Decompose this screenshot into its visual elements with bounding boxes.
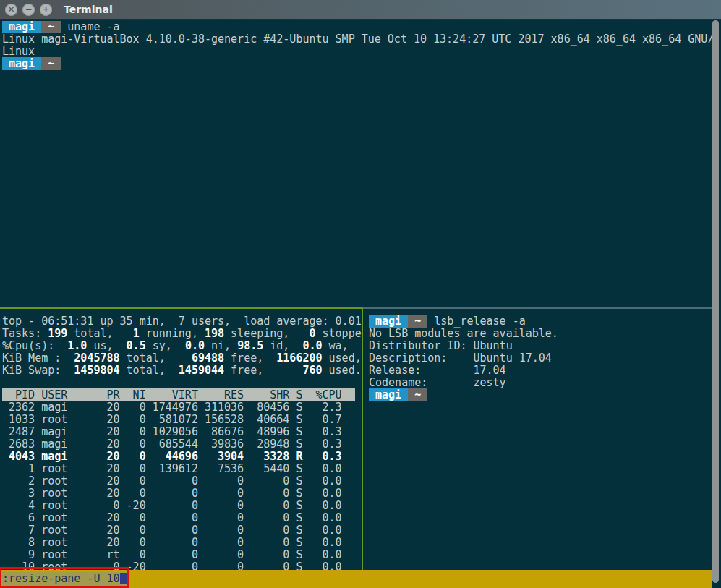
stat-label: Tasks:	[2, 327, 48, 340]
stat-label: sleeping,	[224, 327, 309, 340]
prompt-dir-badge: ~	[41, 21, 61, 33]
tmux-pane-top-command[interactable]: top - 06:51:31 up 35 min, 7 users, load …	[2, 315, 362, 570]
stat-value: 0.0	[302, 339, 322, 352]
prompt-command: lsb_release -a	[427, 315, 525, 328]
output-text: Distributor ID: Ubuntu	[369, 339, 513, 352]
stat-label: free,	[224, 364, 302, 377]
terminal-output-line: Linux magi-VirtualBox 4.10.0-38-generic …	[2, 33, 715, 46]
prompt-command	[427, 388, 434, 401]
top-summary-line: %Cpu(s): 1.0 us, 0.5 sy, 0.0 ni, 98.5 id…	[2, 340, 362, 352]
process-table-header: PID USER PR NI VIRT RES SHR S %CPU	[2, 389, 362, 401]
stat-value: 1.0	[67, 339, 87, 352]
process-row-text: 4 root 0 -20 0 0 0 S 0.0	[2, 499, 342, 512]
process-row-text: 4043 magi 20 0 44696 3904 3328 R 0.3	[2, 450, 342, 463]
output-text: Linux	[2, 45, 35, 58]
prompt-user-badge: magi	[2, 57, 41, 70]
prompt-command: uname -a	[61, 21, 119, 33]
prompt-dir-badge: ~	[408, 388, 427, 401]
process-table-row: 2487 magi 20 0 1029056 86676 48996 S 0.3	[2, 426, 362, 438]
terminal-output-line: Codename: zesty	[369, 377, 709, 389]
table-header-text: PID USER PR NI VIRT RES SHR S %CPU	[2, 388, 355, 401]
output-text: Linux magi-VirtualBox 4.10.0-38-generic …	[2, 33, 714, 46]
shell-prompt-line: magi ~ uname -a	[2, 21, 715, 33]
process-row-text: 2683 magi 20 0 685544 39836 28948 S 0.3	[2, 438, 342, 451]
output-text: Codename: zesty	[369, 376, 506, 389]
process-table-row: 2 root 20 0 0 0 0 S 0.0	[2, 475, 362, 487]
top-summary-line: Tasks: 199 total, 1 running, 198 sleepin…	[2, 328, 362, 340]
process-table-row: 7 root 20 0 0 0 0 S 0.0	[2, 524, 362, 537]
prompt-user-badge: magi	[2, 21, 41, 33]
top-summary-line: KiB Mem : 2045788 total, 69488 free, 116…	[2, 352, 362, 365]
stat-value: 69488	[192, 351, 224, 365]
process-table-row: 3 root 20 0 0 0 0 S 0.0	[2, 487, 362, 500]
top-summary-line: top - 06:51:31 up 35 min, 7 users, load …	[2, 315, 362, 328]
window-title: Terminal	[64, 4, 113, 15]
stat-value: 0	[309, 327, 315, 340]
stat-value: 2045788	[74, 351, 119, 365]
process-table-row: 1 root 20 0 139612 7536 5440 S 0.0	[2, 463, 362, 475]
process-row-text: 2362 magi 20 0 1744976 311036 80456 S 2.…	[2, 401, 342, 414]
stat-value: 760	[302, 364, 322, 377]
close-icon[interactable]: ✕	[5, 4, 17, 16]
terminal-output-line: Linux	[2, 46, 715, 58]
process-table-row: 2362 magi 20 0 1744976 311036 80456 S 2.…	[2, 401, 362, 414]
shell-prompt-line: magi ~	[369, 389, 709, 401]
terminal-output-line: Release: 17.04	[369, 365, 709, 377]
process-table-row: 2683 magi 20 0 685544 39836 28948 S 0.3	[2, 438, 362, 451]
process-row-text: 8 root 20 0 0 0 0 S 0.0	[2, 536, 342, 549]
shell-prompt-line: magi ~ lsb_release -a	[369, 315, 709, 328]
stat-value: 1459044	[179, 364, 224, 377]
stat-value: 1459804	[74, 364, 119, 377]
process-row-text: 2 root 20 0 0 0 0 S 0.0	[2, 474, 342, 487]
stat-label: top - 06:51:31 up 35 min, 7 users, load …	[2, 315, 362, 328]
process-table-row: 1033 root 20 0 581072 156528 40664 S 0.7	[2, 414, 362, 426]
stat-label: KiB Mem :	[2, 351, 74, 365]
pane-border-vertical	[362, 307, 363, 570]
stat-value: 198	[205, 327, 224, 340]
stat-value: 1	[133, 327, 140, 340]
shell-prompt-line: magi ~	[2, 58, 715, 70]
maximize-icon[interactable]: +	[40, 4, 52, 16]
stat-label: sy,	[146, 339, 185, 352]
stat-label: total,	[67, 327, 132, 340]
process-table-row: 4043 magi 20 0 44696 3904 3328 R 0.3	[2, 451, 362, 463]
tmux-pane-top[interactable]: magi ~ uname -aLinux magi-VirtualBox 4.1…	[2, 21, 715, 304]
minimize-icon[interactable]: −	[22, 4, 35, 16]
process-row-text: 3 root 20 0 0 0 0 S 0.0	[2, 487, 342, 500]
terminal-output-line: Description: Ubuntu 17.04	[369, 352, 709, 365]
scrollbar-thumb[interactable]	[712, 20, 719, 583]
process-row-text: 7 root 20 0 0 0 0 S 0.0	[2, 524, 342, 537]
stat-label: total,	[120, 364, 179, 377]
blank-line	[2, 377, 362, 389]
process-row-text: 6 root 20 0 0 0 0 S 0.0	[2, 511, 342, 524]
prompt-command	[61, 57, 67, 70]
process-row-text: 9 root rt 0 0 0 0 S 0.0	[2, 548, 342, 561]
prompt-dir-badge: ~	[41, 57, 61, 70]
process-table-row: 8 root 20 0 0 0 0 S 0.0	[2, 537, 362, 549]
stat-label: stoppe	[316, 327, 362, 340]
process-table-row: 9 root rt 0 0 0 0 S 0.0	[2, 549, 362, 561]
output-text: No LSB modules are available.	[369, 327, 558, 340]
top-summary-line: KiB Swap: 1459804 total, 1459044 free, 7…	[2, 365, 362, 377]
stat-label: wa,	[323, 339, 349, 352]
prompt-user-badge: magi	[369, 315, 408, 328]
stat-label: %Cpu(s):	[2, 339, 67, 352]
stat-label: KiB Swap:	[2, 364, 74, 377]
tmux-pane-lsb-release[interactable]: magi ~ lsb_release -aNo LSB modules are …	[369, 315, 709, 570]
process-row-text: 1033 root 20 0 581072 156528 40664 S 0.7	[2, 413, 342, 426]
stat-value: 199	[48, 327, 67, 340]
terminal-output-line: Distributor ID: Ubuntu	[369, 340, 709, 352]
process-table-row: 4 root 0 -20 0 0 0 S 0.0	[2, 500, 362, 512]
stat-value: 1166200	[276, 351, 322, 365]
process-row-text: 2487 magi 20 0 1029056 86676 48996 S 0.3	[2, 425, 342, 438]
process-row-text: 1 root 20 0 139612 7536 5440 S 0.0	[2, 462, 342, 475]
stat-label: used.	[323, 364, 362, 377]
stat-value: 98.5	[237, 339, 263, 352]
output-text: Release: 17.04	[369, 364, 506, 377]
pane-border-horizontal-active	[0, 307, 362, 309]
stat-label: id,	[263, 339, 302, 352]
stat-label: used,	[323, 351, 362, 365]
annotation-highlight-box	[0, 567, 129, 588]
terminal-screen: magi ~ uname -aLinux magi-VirtualBox 4.1…	[0, 19, 721, 588]
terminal-window: ✕ − + Terminal magi ~ uname -aLinux magi…	[0, 0, 721, 588]
